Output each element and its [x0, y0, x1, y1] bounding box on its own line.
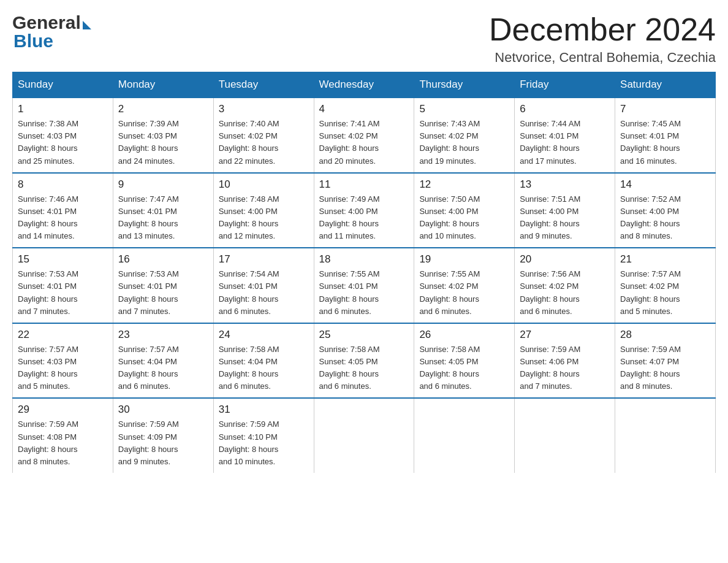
location-subtitle: Netvorice, Central Bohemia, Czechia [489, 50, 716, 66]
day-info-12: Sunrise: 7:50 AMSunset: 4:00 PMDaylight:… [419, 193, 509, 243]
day-cell-13: 13Sunrise: 7:51 AMSunset: 4:00 PMDayligh… [515, 173, 615, 248]
day-info-26: Sunrise: 7:58 AMSunset: 4:05 PMDaylight:… [419, 343, 509, 393]
title-block: December 2024 Netvorice, Central Bohemia… [489, 12, 716, 66]
day-info-20: Sunrise: 7:56 AMSunset: 4:02 PMDaylight:… [520, 268, 610, 318]
calendar-week-1: 1Sunrise: 7:38 AMSunset: 4:03 PMDaylight… [13, 98, 716, 173]
day-info-27: Sunrise: 7:59 AMSunset: 4:06 PMDaylight:… [520, 343, 610, 393]
day-number-3: 3 [219, 103, 309, 115]
day-number-27: 27 [520, 329, 610, 341]
day-cell-12: 12Sunrise: 7:50 AMSunset: 4:00 PMDayligh… [414, 173, 515, 248]
day-cell-22: 22Sunrise: 7:57 AMSunset: 4:03 PMDayligh… [13, 323, 113, 399]
day-number-2: 2 [118, 103, 208, 115]
day-cell-3: 3Sunrise: 7:40 AMSunset: 4:02 PMDaylight… [213, 98, 314, 173]
day-number-24: 24 [219, 329, 309, 341]
day-info-3: Sunrise: 7:40 AMSunset: 4:02 PMDaylight:… [219, 118, 309, 167]
day-info-16: Sunrise: 7:53 AMSunset: 4:01 PMDaylight:… [118, 268, 208, 318]
day-info-22: Sunrise: 7:57 AMSunset: 4:03 PMDaylight:… [18, 343, 108, 393]
day-number-1: 1 [18, 103, 108, 115]
day-info-7: Sunrise: 7:45 AMSunset: 4:01 PMDaylight:… [620, 118, 710, 167]
day-number-13: 13 [520, 178, 610, 191]
day-cell-9: 9Sunrise: 7:47 AMSunset: 4:01 PMDaylight… [113, 173, 213, 248]
day-number-14: 14 [620, 178, 710, 191]
logo: General Blue [12, 12, 91, 52]
day-info-15: Sunrise: 7:53 AMSunset: 4:01 PMDaylight:… [18, 268, 108, 318]
day-number-25: 25 [319, 329, 409, 341]
day-info-23: Sunrise: 7:57 AMSunset: 4:04 PMDaylight:… [118, 343, 208, 393]
day-cell-5: 5Sunrise: 7:43 AMSunset: 4:02 PMDaylight… [414, 98, 515, 173]
calendar-week-4: 22Sunrise: 7:57 AMSunset: 4:03 PMDayligh… [13, 323, 716, 399]
day-number-30: 30 [118, 404, 208, 416]
day-cell-7: 7Sunrise: 7:45 AMSunset: 4:01 PMDaylight… [615, 98, 716, 173]
day-info-11: Sunrise: 7:49 AMSunset: 4:00 PMDaylight:… [319, 193, 409, 243]
day-cell-19: 19Sunrise: 7:55 AMSunset: 4:02 PMDayligh… [414, 248, 515, 323]
day-cell-4: 4Sunrise: 7:41 AMSunset: 4:02 PMDaylight… [314, 98, 414, 173]
day-cell-18: 18Sunrise: 7:55 AMSunset: 4:01 PMDayligh… [314, 248, 414, 323]
day-number-17: 17 [219, 253, 309, 266]
day-cell-17: 17Sunrise: 7:54 AMSunset: 4:01 PMDayligh… [213, 248, 314, 323]
day-info-6: Sunrise: 7:44 AMSunset: 4:01 PMDaylight:… [520, 118, 610, 167]
day-cell-21: 21Sunrise: 7:57 AMSunset: 4:02 PMDayligh… [615, 248, 716, 323]
day-cell-10: 10Sunrise: 7:48 AMSunset: 4:00 PMDayligh… [213, 173, 314, 248]
col-friday: Friday [515, 72, 615, 98]
day-info-1: Sunrise: 7:38 AMSunset: 4:03 PMDaylight:… [18, 118, 108, 167]
day-cell-6: 6Sunrise: 7:44 AMSunset: 4:01 PMDaylight… [515, 98, 615, 173]
day-cell-25: 25Sunrise: 7:58 AMSunset: 4:05 PMDayligh… [314, 323, 414, 399]
day-cell-20: 20Sunrise: 7:56 AMSunset: 4:02 PMDayligh… [515, 248, 615, 323]
day-number-20: 20 [520, 253, 610, 266]
day-number-19: 19 [419, 253, 509, 266]
day-number-10: 10 [219, 178, 309, 191]
day-number-12: 12 [419, 178, 509, 191]
day-info-4: Sunrise: 7:41 AMSunset: 4:02 PMDaylight:… [319, 118, 409, 167]
day-cell-1: 1Sunrise: 7:38 AMSunset: 4:03 PMDaylight… [13, 98, 113, 173]
day-info-17: Sunrise: 7:54 AMSunset: 4:01 PMDaylight:… [219, 268, 309, 318]
calendar-week-5: 29Sunrise: 7:59 AMSunset: 4:08 PMDayligh… [13, 398, 716, 473]
col-wednesday: Wednesday [314, 72, 414, 98]
calendar-week-3: 15Sunrise: 7:53 AMSunset: 4:01 PMDayligh… [13, 248, 716, 323]
day-number-15: 15 [18, 253, 108, 266]
calendar-table: Sunday Monday Tuesday Wednesday Thursday… [12, 72, 716, 473]
day-cell-23: 23Sunrise: 7:57 AMSunset: 4:04 PMDayligh… [113, 323, 213, 399]
day-info-25: Sunrise: 7:58 AMSunset: 4:05 PMDaylight:… [319, 343, 409, 393]
day-number-5: 5 [419, 103, 509, 115]
empty-cell [414, 398, 515, 473]
day-number-6: 6 [520, 103, 610, 115]
day-cell-14: 14Sunrise: 7:52 AMSunset: 4:00 PMDayligh… [615, 173, 716, 248]
day-info-21: Sunrise: 7:57 AMSunset: 4:02 PMDaylight:… [620, 268, 710, 318]
col-tuesday: Tuesday [213, 72, 314, 98]
day-number-28: 28 [620, 329, 710, 341]
empty-cell [314, 398, 414, 473]
day-cell-30: 30Sunrise: 7:59 AMSunset: 4:09 PMDayligh… [113, 398, 213, 473]
day-info-13: Sunrise: 7:51 AMSunset: 4:00 PMDaylight:… [520, 193, 610, 243]
logo-general-text: General [12, 12, 81, 33]
day-info-8: Sunrise: 7:46 AMSunset: 4:01 PMDaylight:… [18, 193, 108, 243]
day-number-9: 9 [118, 178, 208, 191]
day-info-5: Sunrise: 7:43 AMSunset: 4:02 PMDaylight:… [419, 118, 509, 167]
day-number-18: 18 [319, 253, 409, 266]
day-cell-28: 28Sunrise: 7:59 AMSunset: 4:07 PMDayligh… [615, 323, 716, 399]
day-info-24: Sunrise: 7:58 AMSunset: 4:04 PMDaylight:… [219, 343, 309, 393]
day-number-8: 8 [18, 178, 108, 191]
col-saturday: Saturday [615, 72, 716, 98]
day-number-21: 21 [620, 253, 710, 266]
day-cell-16: 16Sunrise: 7:53 AMSunset: 4:01 PMDayligh… [113, 248, 213, 323]
calendar-header-row: Sunday Monday Tuesday Wednesday Thursday… [13, 72, 716, 98]
day-info-31: Sunrise: 7:59 AMSunset: 4:10 PMDaylight:… [219, 418, 309, 468]
day-number-7: 7 [620, 103, 710, 115]
day-cell-31: 31Sunrise: 7:59 AMSunset: 4:10 PMDayligh… [213, 398, 314, 473]
day-cell-11: 11Sunrise: 7:49 AMSunset: 4:00 PMDayligh… [314, 173, 414, 248]
day-info-30: Sunrise: 7:59 AMSunset: 4:09 PMDaylight:… [118, 418, 208, 468]
day-cell-29: 29Sunrise: 7:59 AMSunset: 4:08 PMDayligh… [13, 398, 113, 473]
day-cell-2: 2Sunrise: 7:39 AMSunset: 4:03 PMDaylight… [113, 98, 213, 173]
day-number-11: 11 [319, 178, 409, 191]
day-info-2: Sunrise: 7:39 AMSunset: 4:03 PMDaylight:… [118, 118, 208, 167]
day-cell-15: 15Sunrise: 7:53 AMSunset: 4:01 PMDayligh… [13, 248, 113, 323]
col-sunday: Sunday [13, 72, 113, 98]
logo-blue-text: Blue [13, 31, 53, 52]
day-number-23: 23 [118, 329, 208, 341]
col-monday: Monday [113, 72, 213, 98]
day-cell-8: 8Sunrise: 7:46 AMSunset: 4:01 PMDaylight… [13, 173, 113, 248]
day-info-14: Sunrise: 7:52 AMSunset: 4:00 PMDaylight:… [620, 193, 710, 243]
day-cell-27: 27Sunrise: 7:59 AMSunset: 4:06 PMDayligh… [515, 323, 615, 399]
month-title: December 2024 [489, 12, 716, 47]
day-number-22: 22 [18, 329, 108, 341]
